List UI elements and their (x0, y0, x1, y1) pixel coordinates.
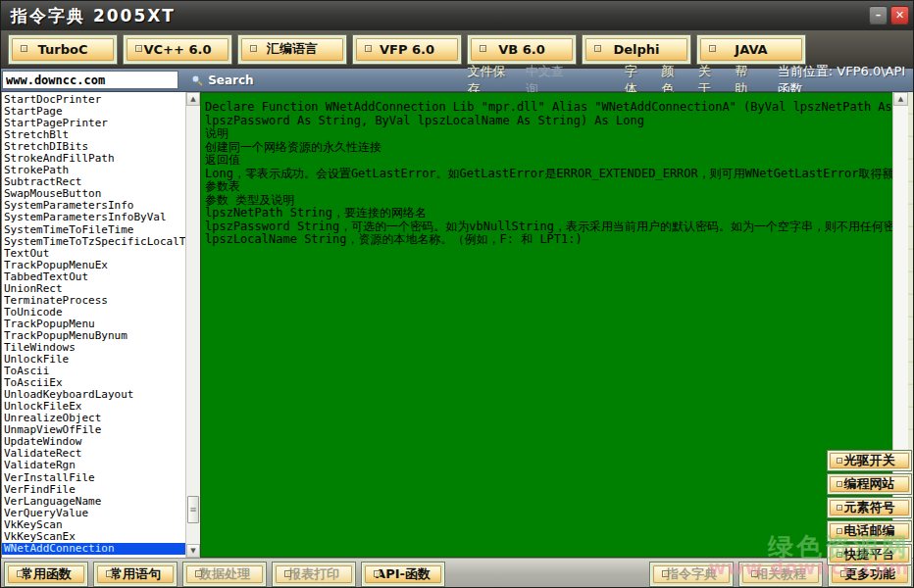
side-tool-button[interactable]: 光驱开关 (827, 450, 912, 471)
side-tool-button[interactable]: 快捷平台 (827, 544, 912, 565)
bottom-button-label: 相关教程 (755, 565, 806, 583)
side-tool-button-label: 元素符号 (844, 499, 895, 516)
side-tool-button[interactable]: 编程网站 (827, 473, 912, 495)
function-list: StartDocPrinterStartPageStartPagePrinter… (1, 92, 185, 558)
list-item[interactable]: SystemTimeToTzSpecificLocalTim (2, 236, 185, 248)
list-item[interactable]: VerQueryValue (2, 508, 185, 519)
language-button-label: 汇编语言 (267, 40, 318, 58)
bottom-button[interactable]: 常用语句 (93, 562, 178, 587)
search-label: Search (208, 74, 253, 87)
bullet-icon (284, 570, 291, 577)
list-item[interactable]: TabbedTextOut (2, 271, 185, 283)
content-line: 创建同一个网络资源的永久性连接 (205, 141, 889, 155)
side-tool-button-label: 光驱开关 (844, 452, 895, 469)
list-item[interactable]: SystemParametersInfoByVal (2, 212, 185, 223)
bullet-icon (840, 570, 847, 577)
url-input[interactable] (2, 71, 178, 89)
bottom-button-label: 更多功能 (844, 565, 895, 583)
content-scroll-up-button[interactable]: ▲ (893, 92, 908, 106)
side-tool-button-label: 快捷平台 (844, 546, 895, 564)
search-button[interactable]: Search (190, 74, 253, 87)
bottom-button[interactable]: 相关教程 (738, 562, 823, 587)
bullet-icon (837, 528, 842, 534)
bottom-button[interactable]: 报表打印 (272, 562, 356, 587)
close-icon: ✕ (895, 9, 904, 22)
bullet-icon (837, 458, 842, 464)
list-item[interactable]: WNetAddConnection (2, 543, 185, 555)
side-tool-button[interactable]: 电话邮编 (827, 520, 912, 542)
bottom-button[interactable]: 数据处理 (182, 562, 267, 587)
bullet-icon (837, 505, 842, 511)
bottom-button-label: API-函数 (376, 565, 431, 583)
bottom-button-label: 常用函数 (21, 565, 72, 583)
bullet-icon (250, 45, 257, 52)
bullet-icon (365, 45, 372, 52)
language-button-label: TurboC (38, 42, 88, 57)
bottom-button[interactable]: 指令字典 (649, 562, 734, 587)
scroll-up-icon: ▲ (898, 95, 903, 103)
bullet-icon (709, 45, 716, 52)
main-area: StartDocPrinterStartPageStartPagePrinter… (1, 92, 914, 558)
bullet-icon (751, 570, 758, 577)
language-button[interactable]: TurboC (8, 34, 118, 65)
app-window: 指令字典 2005XT – ✕ TurboC VC++ 6.0 (0, 0, 914, 588)
content-line: 返回值 (205, 154, 889, 168)
language-button[interactable]: JAVA (696, 34, 806, 65)
bullet-icon (21, 45, 27, 52)
list-item[interactable]: VkKeyScanEx (2, 531, 185, 543)
minimize-icon: – (876, 9, 882, 22)
language-button[interactable]: VFP 6.0 (352, 34, 462, 65)
content-line: lpszPassword String，可选的一个密码。如为vbNullStri… (205, 220, 889, 234)
bottom-button-label: 指令字典 (666, 565, 717, 583)
language-button[interactable]: VC++ 6.0 (123, 34, 232, 65)
bottom-button-label: 常用语句 (110, 565, 161, 583)
minimize-button[interactable]: – (869, 6, 888, 24)
content-line: 说明 (205, 127, 889, 141)
sidebar-scrollbar[interactable]: ▲ ≡ ▼ (185, 92, 200, 558)
content-line: Declare Function WNetAddConnection Lib "… (205, 101, 889, 115)
content-line: lpszLocalName String，资源的本地名称。（例如，F: 和 LP… (205, 233, 889, 247)
language-button-label: Delphi (613, 42, 659, 57)
window-title: 指令字典 2005XT (1, 5, 176, 27)
list-item[interactable]: VkKeyScan (2, 519, 185, 531)
bottom-toolbar: 常用函数 常用语句 数据处理 报表打印 (1, 558, 914, 588)
side-tool-button-label: 编程网站 (844, 475, 895, 493)
content-line: 参数 类型及说明 (205, 194, 889, 208)
bottom-button[interactable]: API-函数 (361, 562, 445, 587)
language-button-label: JAVA (735, 42, 767, 57)
list-item[interactable]: TextOut (2, 248, 185, 260)
language-button[interactable]: 汇编语言 (237, 34, 347, 65)
content-line: lpszPassword As String, ByVal lpszLocalN… (205, 115, 889, 128)
list-item[interactable]: SystemTimeToFileTime (2, 224, 185, 236)
titlebar: 指令字典 2005XT – ✕ (1, 1, 914, 30)
list-item[interactable]: TrackPopupMenuEx (2, 260, 185, 271)
scroll-thumb[interactable]: ≡ (187, 496, 199, 523)
bullet-icon (135, 45, 142, 52)
bottom-button-label: 数据处理 (199, 565, 250, 583)
language-button-label: VB 6.0 (498, 42, 545, 57)
right-button-column: 光驱开关 编程网站 元素符号 电话邮编 (827, 450, 912, 567)
content-line: Long，零表示成功。会设置GetLastError。如GetLastError… (205, 168, 889, 181)
list-item[interactable]: VerFindFile (2, 484, 185, 496)
language-button[interactable]: VB 6.0 (467, 34, 577, 65)
language-button-label: VC++ 6.0 (144, 42, 212, 57)
close-button[interactable]: ✕ (890, 6, 909, 24)
bottom-button[interactable]: 常用函数 (4, 562, 88, 587)
bullet-icon (106, 570, 113, 577)
bottom-button-label: 报表打印 (288, 565, 339, 583)
bullet-icon (662, 570, 669, 577)
side-tool-button[interactable]: 元素符号 (827, 497, 912, 518)
bullet-icon (837, 552, 842, 558)
scroll-up-button[interactable]: ▲ (186, 92, 200, 106)
list-item[interactable]: VerInstallFile (2, 472, 185, 484)
bullet-icon (195, 570, 202, 577)
bullet-icon (594, 45, 601, 52)
language-button[interactable]: Delphi (582, 34, 691, 65)
content-line: lpszNetPath String，要连接的网络名 (205, 207, 889, 220)
list-item[interactable]: UnionRect (2, 283, 185, 295)
scroll-up-icon: ▲ (190, 95, 195, 103)
scroll-down-button[interactable]: ▼ (186, 544, 200, 558)
bottom-left-buttons: 常用函数 常用语句 数据处理 报表打印 (4, 562, 445, 587)
list-item[interactable]: VerLanguageName (2, 496, 185, 508)
list-item[interactable]: ValidateRgn (2, 460, 185, 471)
